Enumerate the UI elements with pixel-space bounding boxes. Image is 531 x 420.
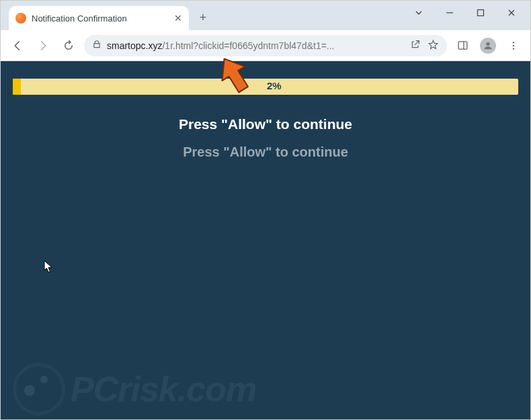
- window-controls: [404, 1, 530, 25]
- maximize-button[interactable]: [466, 1, 495, 25]
- progress-fill: [13, 79, 21, 95]
- minimize-button[interactable]: [435, 1, 464, 25]
- url-domain: smartopc.xyz: [107, 40, 162, 51]
- lock-icon: [92, 40, 101, 51]
- tab-search-button[interactable]: [404, 1, 434, 25]
- tab-favicon: [15, 13, 26, 24]
- menu-button[interactable]: [503, 36, 524, 56]
- browser-tab[interactable]: Notification Confirmation ✕: [9, 6, 189, 30]
- share-icon[interactable]: [410, 39, 421, 52]
- url-path: /1r.html?clickid=f0665ydntm7bl47d&t1=...: [162, 40, 334, 51]
- svg-point-4: [486, 42, 489, 45]
- forward-button[interactable]: [33, 36, 53, 56]
- progress-percent-label: 2%: [267, 80, 282, 91]
- svg-rect-2: [458, 42, 467, 49]
- side-panel-icon[interactable]: [452, 36, 473, 56]
- bookmark-star-icon[interactable]: [427, 39, 439, 52]
- new-tab-button[interactable]: +: [196, 10, 210, 25]
- close-tab-icon[interactable]: ✕: [174, 13, 182, 24]
- address-bar[interactable]: smartopc.xyz/1r.html?clickid=f0665ydntm7…: [84, 35, 447, 56]
- watermark-text: PCrisk.com: [71, 369, 256, 409]
- url-text: smartopc.xyz/1r.html?clickid=f0665ydntm7…: [107, 40, 335, 51]
- watermark-logo: [13, 363, 65, 415]
- profile-avatar[interactable]: [478, 36, 498, 56]
- page-content: 2% Press "Allow" to continue Press "Allo…: [1, 61, 530, 419]
- window-titlebar: Notification Confirmation ✕ +: [1, 1, 530, 30]
- reload-button[interactable]: [58, 36, 79, 56]
- watermark: PCrisk.com: [13, 363, 256, 415]
- progress-bar: 2%: [13, 79, 518, 95]
- svg-point-5: [513, 42, 514, 43]
- svg-point-6: [513, 44, 514, 46]
- tab-title: Notification Confirmation: [32, 13, 169, 24]
- primary-instruction: Press "Allow" to continue: [1, 116, 530, 132]
- secondary-instruction: Press "Allow" to continue: [1, 144, 530, 160]
- browser-toolbar: smartopc.xyz/1r.html?clickid=f0665ydntm7…: [1, 30, 530, 61]
- svg-point-7: [513, 48, 514, 49]
- window-close-button[interactable]: [497, 1, 526, 25]
- svg-rect-1: [478, 10, 484, 16]
- back-button[interactable]: [7, 36, 28, 56]
